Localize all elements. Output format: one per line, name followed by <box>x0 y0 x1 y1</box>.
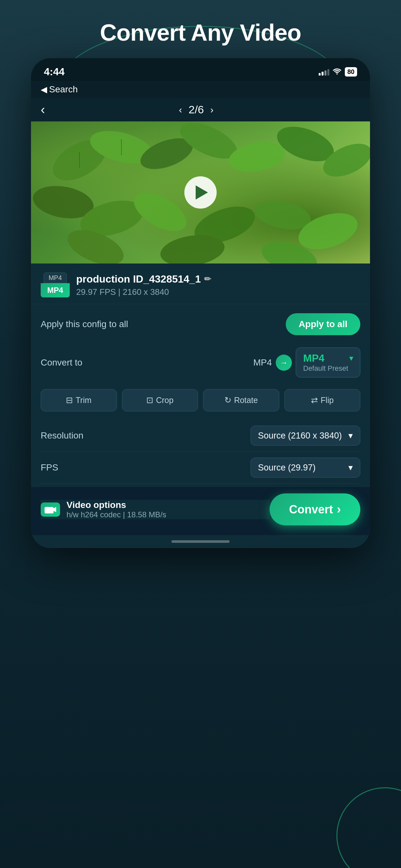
video-options-title: Video options <box>66 500 270 510</box>
edit-tools-row: ⊟ Trim ⊡ Crop ↻ Rotate ⇄ Flip <box>31 384 370 416</box>
video-options-info: Video options h/w h264 codec | 18.58 MB/… <box>66 500 270 519</box>
edit-filename-icon[interactable]: ✏ <box>204 274 211 284</box>
format-badge-main: MP4 <box>41 283 70 298</box>
video-details: 29.97 FPS | 2160 x 3840 <box>76 287 360 297</box>
format-selector-name: MP4 ▾ <box>303 352 353 364</box>
rotate-icon: ↻ <box>224 395 232 405</box>
play-icon <box>196 185 208 199</box>
filename-text: production ID_4328514_1 <box>76 273 201 285</box>
convert-to-section: Convert to MP4 → MP4 ▾ Default Preset <box>31 344 370 384</box>
convert-to-controls: MP4 → MP4 ▾ Default Preset <box>253 347 360 377</box>
crop-label: Crop <box>156 396 174 405</box>
page-title: Convert Any Video <box>100 20 301 46</box>
format-badge-top: MP4 <box>43 273 66 283</box>
signal-bar-3 <box>325 70 327 75</box>
apply-all-button[interactable]: Apply to all <box>286 313 360 335</box>
current-format-label: MP4 <box>253 358 272 368</box>
page-prev-arrow[interactable]: ‹ <box>179 104 182 115</box>
resolution-dropdown[interactable]: Source (2160 x 3840) ▾ <box>251 426 360 445</box>
nav-bar: ◀ Search <box>31 81 370 98</box>
format-preset-label: Default Preset <box>303 364 353 373</box>
signal-bar-1 <box>319 73 320 75</box>
apply-all-section: Apply this config to all Apply to all <box>31 304 370 344</box>
convert-to-row: Convert to MP4 → MP4 ▾ Default Preset <box>41 347 360 377</box>
fps-dropdown[interactable]: Source (29.97) ▾ <box>251 458 360 477</box>
resolution-value: Source (2160 x 3840) <box>258 431 342 441</box>
fps-label: FPS <box>41 462 58 473</box>
video-options-row: Video options h/w h264 codec | 18.58 MB/… <box>41 500 270 519</box>
video-thumbnail <box>31 121 370 264</box>
convert-button-label: Convert <box>289 503 333 516</box>
wifi-icon <box>333 67 342 77</box>
back-label: Search <box>49 84 78 95</box>
format-badge: MP4 MP4 <box>41 273 70 298</box>
battery-indicator: 80 <box>345 67 357 76</box>
fps-row: FPS Source (29.97) ▾ <box>41 452 360 484</box>
bottom-section: Video options h/w h264 codec | 18.58 MB/… <box>31 487 370 535</box>
trim-button[interactable]: ⊟ Trim <box>41 389 117 411</box>
convert-arrow-icon: → <box>276 354 292 371</box>
video-info-row: MP4 MP4 production ID_4328514_1 ✏ 29.97 … <box>41 273 360 298</box>
apply-all-label: Apply this config to all <box>41 319 128 330</box>
fps-chevron-icon: ▾ <box>348 462 353 473</box>
dropdown-arrow-icon: ▾ <box>349 354 353 363</box>
svg-marker-19 <box>54 507 56 512</box>
convert-arrow-icon: › <box>337 502 341 516</box>
video-metadata: production ID_4328514_1 ✏ 29.97 FPS | 21… <box>76 273 360 297</box>
status-icons: 80 <box>319 67 357 77</box>
signal-bar-4 <box>328 69 329 75</box>
trim-icon: ⊟ <box>66 395 73 405</box>
flip-label: Flip <box>320 396 334 405</box>
prev-page-button[interactable]: ‹ <box>41 102 45 117</box>
back-button[interactable]: ◀ Search <box>41 84 78 95</box>
video-info-section: MP4 MP4 production ID_4328514_1 ✏ 29.97 … <box>31 264 370 304</box>
play-button[interactable] <box>184 176 217 209</box>
home-indicator <box>31 535 370 548</box>
phone-frame: 4:44 80 ◀ Search ‹ ‹ 2/6 <box>31 58 370 548</box>
flip-button[interactable]: ⇄ Flip <box>284 389 361 411</box>
video-options-sub: h/w h264 codec | 18.58 MB/s <box>66 510 270 519</box>
crop-icon: ⊡ <box>146 395 153 405</box>
format-selector-dropdown[interactable]: MP4 ▾ Default Preset <box>296 347 360 377</box>
crop-button[interactable]: ⊡ Crop <box>122 389 198 411</box>
bg-arc-bottom-decoration <box>336 787 401 868</box>
status-time: 4:44 <box>44 66 65 78</box>
resolution-label: Resolution <box>41 430 83 441</box>
signal-icon <box>319 68 329 75</box>
resolution-chevron-icon: ▾ <box>348 430 353 441</box>
flip-icon: ⇄ <box>311 395 318 405</box>
settings-section: Resolution Source (2160 x 3840) ▾ FPS So… <box>31 416 370 487</box>
page-counter-text: 2/6 <box>189 103 204 116</box>
fps-value: Source (29.97) <box>258 463 316 473</box>
camera-icon <box>41 502 60 517</box>
svg-point-4 <box>227 138 288 176</box>
page-counter: ‹ 2/6 › <box>179 103 213 116</box>
selected-format-text: MP4 <box>303 352 325 364</box>
convert-button[interactable]: Convert › <box>270 493 360 525</box>
trim-label: Trim <box>75 396 91 405</box>
page-next-arrow[interactable]: › <box>210 104 213 115</box>
signal-bar-2 <box>321 72 323 75</box>
video-filename: production ID_4328514_1 ✏ <box>76 273 360 285</box>
home-bar <box>172 540 229 543</box>
convert-to-label: Convert to <box>41 358 82 368</box>
resolution-row: Resolution Source (2160 x 3840) ▾ <box>41 420 360 452</box>
svg-rect-18 <box>44 507 54 514</box>
rotate-label: Rotate <box>234 396 258 405</box>
rotate-button[interactable]: ↻ Rotate <box>203 389 279 411</box>
status-bar: 4:44 80 <box>31 58 370 81</box>
page-counter-bar: ‹ ‹ 2/6 › <box>31 98 370 121</box>
back-arrow-icon: ◀ <box>41 85 47 95</box>
